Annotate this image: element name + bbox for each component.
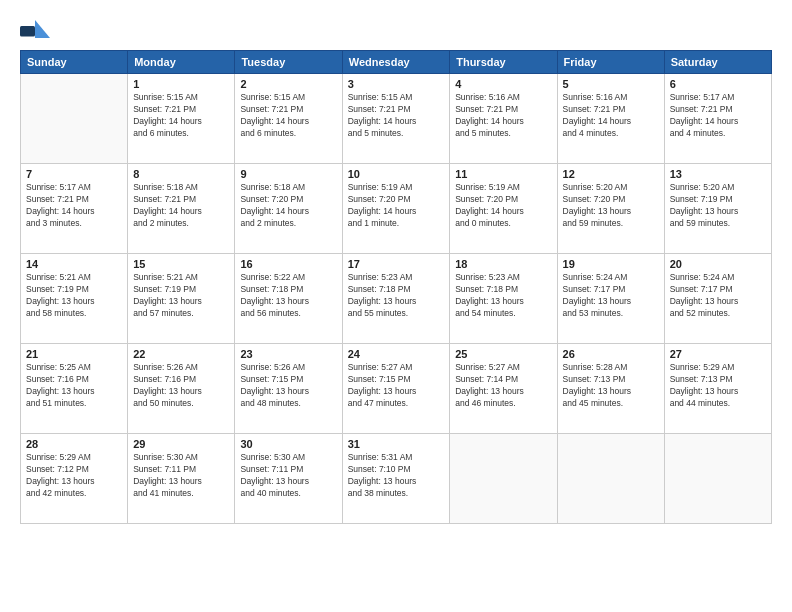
calendar-cell: 26Sunrise: 5:28 AM Sunset: 7:13 PM Dayli… [557,344,664,434]
day-info: Sunrise: 5:30 AM Sunset: 7:11 PM Dayligh… [133,452,229,500]
day-info: Sunrise: 5:20 AM Sunset: 7:19 PM Dayligh… [670,182,766,230]
day-info: Sunrise: 5:17 AM Sunset: 7:21 PM Dayligh… [670,92,766,140]
day-number: 1 [133,78,229,90]
day-number: 4 [455,78,551,90]
day-number: 30 [240,438,336,450]
day-number: 2 [240,78,336,90]
day-info: Sunrise: 5:25 AM Sunset: 7:16 PM Dayligh… [26,362,122,410]
day-info: Sunrise: 5:21 AM Sunset: 7:19 PM Dayligh… [133,272,229,320]
day-info: Sunrise: 5:15 AM Sunset: 7:21 PM Dayligh… [133,92,229,140]
calendar-cell: 8Sunrise: 5:18 AM Sunset: 7:21 PM Daylig… [128,164,235,254]
day-number: 20 [670,258,766,270]
calendar-cell: 4Sunrise: 5:16 AM Sunset: 7:21 PM Daylig… [450,74,557,164]
day-info: Sunrise: 5:26 AM Sunset: 7:15 PM Dayligh… [240,362,336,410]
day-info: Sunrise: 5:26 AM Sunset: 7:16 PM Dayligh… [133,362,229,410]
calendar-cell: 20Sunrise: 5:24 AM Sunset: 7:17 PM Dayli… [664,254,771,344]
calendar-cell: 1Sunrise: 5:15 AM Sunset: 7:21 PM Daylig… [128,74,235,164]
calendar-cell: 28Sunrise: 5:29 AM Sunset: 7:12 PM Dayli… [21,434,128,524]
calendar-cell: 31Sunrise: 5:31 AM Sunset: 7:10 PM Dayli… [342,434,450,524]
calendar-cell: 16Sunrise: 5:22 AM Sunset: 7:18 PM Dayli… [235,254,342,344]
day-number: 3 [348,78,445,90]
day-info: Sunrise: 5:20 AM Sunset: 7:20 PM Dayligh… [563,182,659,230]
calendar-cell: 30Sunrise: 5:30 AM Sunset: 7:11 PM Dayli… [235,434,342,524]
calendar-cell: 2Sunrise: 5:15 AM Sunset: 7:21 PM Daylig… [235,74,342,164]
day-info: Sunrise: 5:30 AM Sunset: 7:11 PM Dayligh… [240,452,336,500]
calendar-cell: 11Sunrise: 5:19 AM Sunset: 7:20 PM Dayli… [450,164,557,254]
calendar-cell: 25Sunrise: 5:27 AM Sunset: 7:14 PM Dayli… [450,344,557,434]
calendar-week-5: 28Sunrise: 5:29 AM Sunset: 7:12 PM Dayli… [21,434,772,524]
day-header-wednesday: Wednesday [342,51,450,74]
calendar-cell: 19Sunrise: 5:24 AM Sunset: 7:17 PM Dayli… [557,254,664,344]
day-header-sunday: Sunday [21,51,128,74]
day-number: 9 [240,168,336,180]
day-number: 29 [133,438,229,450]
day-info: Sunrise: 5:22 AM Sunset: 7:18 PM Dayligh… [240,272,336,320]
day-number: 7 [26,168,122,180]
calendar-cell [21,74,128,164]
calendar-cell: 17Sunrise: 5:23 AM Sunset: 7:18 PM Dayli… [342,254,450,344]
day-header-thursday: Thursday [450,51,557,74]
calendar: SundayMondayTuesdayWednesdayThursdayFrid… [20,50,772,524]
header [20,20,772,40]
calendar-cell: 15Sunrise: 5:21 AM Sunset: 7:19 PM Dayli… [128,254,235,344]
day-info: Sunrise: 5:21 AM Sunset: 7:19 PM Dayligh… [26,272,122,320]
calendar-cell: 13Sunrise: 5:20 AM Sunset: 7:19 PM Dayli… [664,164,771,254]
day-number: 25 [455,348,551,360]
day-number: 10 [348,168,445,180]
calendar-header-row: SundayMondayTuesdayWednesdayThursdayFrid… [21,51,772,74]
calendar-week-1: 1Sunrise: 5:15 AM Sunset: 7:21 PM Daylig… [21,74,772,164]
calendar-cell: 10Sunrise: 5:19 AM Sunset: 7:20 PM Dayli… [342,164,450,254]
day-info: Sunrise: 5:19 AM Sunset: 7:20 PM Dayligh… [348,182,445,230]
calendar-cell: 7Sunrise: 5:17 AM Sunset: 7:21 PM Daylig… [21,164,128,254]
calendar-cell: 21Sunrise: 5:25 AM Sunset: 7:16 PM Dayli… [21,344,128,434]
svg-marker-1 [35,20,50,38]
calendar-cell: 29Sunrise: 5:30 AM Sunset: 7:11 PM Dayli… [128,434,235,524]
day-number: 24 [348,348,445,360]
day-number: 31 [348,438,445,450]
day-header-monday: Monday [128,51,235,74]
day-number: 11 [455,168,551,180]
day-header-tuesday: Tuesday [235,51,342,74]
calendar-cell: 22Sunrise: 5:26 AM Sunset: 7:16 PM Dayli… [128,344,235,434]
calendar-cell: 3Sunrise: 5:15 AM Sunset: 7:21 PM Daylig… [342,74,450,164]
day-info: Sunrise: 5:27 AM Sunset: 7:14 PM Dayligh… [455,362,551,410]
day-number: 6 [670,78,766,90]
calendar-cell: 24Sunrise: 5:27 AM Sunset: 7:15 PM Dayli… [342,344,450,434]
calendar-cell [664,434,771,524]
day-info: Sunrise: 5:27 AM Sunset: 7:15 PM Dayligh… [348,362,445,410]
day-number: 28 [26,438,122,450]
day-number: 15 [133,258,229,270]
day-number: 14 [26,258,122,270]
day-number: 13 [670,168,766,180]
day-info: Sunrise: 5:15 AM Sunset: 7:21 PM Dayligh… [348,92,445,140]
day-number: 22 [133,348,229,360]
day-number: 16 [240,258,336,270]
logo-icon [20,20,50,38]
day-info: Sunrise: 5:23 AM Sunset: 7:18 PM Dayligh… [348,272,445,320]
day-number: 19 [563,258,659,270]
day-number: 8 [133,168,229,180]
day-info: Sunrise: 5:16 AM Sunset: 7:21 PM Dayligh… [455,92,551,140]
calendar-cell [557,434,664,524]
calendar-week-2: 7Sunrise: 5:17 AM Sunset: 7:21 PM Daylig… [21,164,772,254]
day-info: Sunrise: 5:29 AM Sunset: 7:12 PM Dayligh… [26,452,122,500]
calendar-cell: 12Sunrise: 5:20 AM Sunset: 7:20 PM Dayli… [557,164,664,254]
day-info: Sunrise: 5:19 AM Sunset: 7:20 PM Dayligh… [455,182,551,230]
day-info: Sunrise: 5:17 AM Sunset: 7:21 PM Dayligh… [26,182,122,230]
calendar-cell: 6Sunrise: 5:17 AM Sunset: 7:21 PM Daylig… [664,74,771,164]
day-number: 26 [563,348,659,360]
day-info: Sunrise: 5:18 AM Sunset: 7:21 PM Dayligh… [133,182,229,230]
logo [20,20,54,40]
day-number: 12 [563,168,659,180]
day-number: 27 [670,348,766,360]
day-info: Sunrise: 5:24 AM Sunset: 7:17 PM Dayligh… [563,272,659,320]
day-number: 23 [240,348,336,360]
calendar-cell: 18Sunrise: 5:23 AM Sunset: 7:18 PM Dayli… [450,254,557,344]
calendar-week-3: 14Sunrise: 5:21 AM Sunset: 7:19 PM Dayli… [21,254,772,344]
calendar-cell: 23Sunrise: 5:26 AM Sunset: 7:15 PM Dayli… [235,344,342,434]
day-header-saturday: Saturday [664,51,771,74]
calendar-cell: 14Sunrise: 5:21 AM Sunset: 7:19 PM Dayli… [21,254,128,344]
calendar-cell: 5Sunrise: 5:16 AM Sunset: 7:21 PM Daylig… [557,74,664,164]
day-info: Sunrise: 5:18 AM Sunset: 7:20 PM Dayligh… [240,182,336,230]
svg-rect-0 [20,26,35,37]
